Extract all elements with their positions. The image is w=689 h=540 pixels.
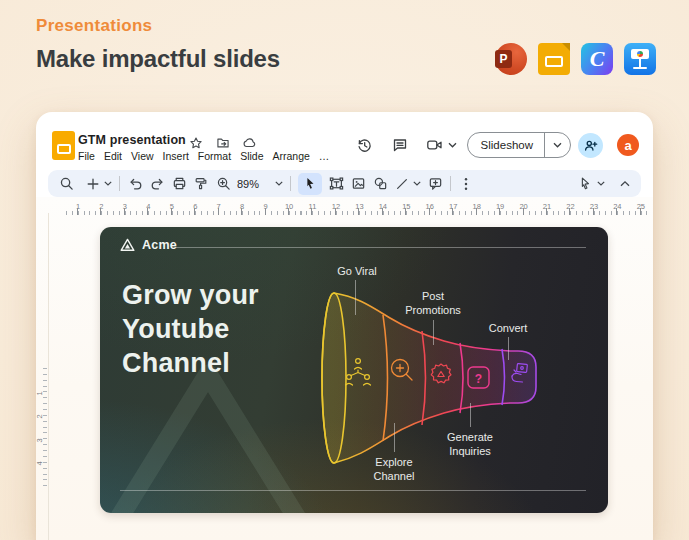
search-tools-icon[interactable] (58, 176, 74, 192)
document-title[interactable]: GTM presentation (78, 133, 186, 147)
account-avatar[interactable]: a (617, 134, 639, 156)
toolbar: 89% (48, 170, 641, 197)
google-slides-window: GTM presentation FileEditViewInsertForma… (36, 112, 653, 540)
select-tool-button[interactable] (298, 173, 322, 195)
text-box-button[interactable] (328, 176, 344, 192)
menu-arrange[interactable]: Arrange (272, 150, 309, 162)
keynote-icon (624, 43, 656, 75)
new-slide-caret[interactable] (104, 181, 112, 186)
line-caret[interactable] (413, 181, 421, 186)
acme-logo-icon (120, 238, 135, 252)
new-slide-button[interactable] (85, 176, 101, 192)
pointer-tool-icon[interactable] (577, 176, 593, 192)
menu-file[interactable]: File (78, 150, 95, 162)
slideshow-button[interactable]: Slideshow (467, 132, 571, 158)
slideshow-dropdown-caret[interactable] (545, 142, 570, 148)
funnel-label[interactable]: Go Viral (317, 265, 397, 279)
paint-format-icon[interactable] (193, 176, 209, 192)
brand-divider-line (175, 247, 586, 248)
zoom-in-icon[interactable] (215, 176, 231, 192)
menu-slide[interactable]: Slide (240, 150, 263, 162)
eyebrow-label: Presentations (36, 16, 152, 36)
brand-name: Acme (142, 238, 177, 252)
funnel-label[interactable]: Post Promotions (396, 290, 470, 317)
page-title: Make impactful slides (36, 45, 280, 73)
version-history-icon[interactable] (356, 136, 374, 154)
slide-title[interactable]: Grow your Youtube Channel (122, 278, 259, 380)
insert-line-button[interactable] (394, 176, 410, 192)
undo-button[interactable] (127, 176, 143, 192)
zoom-level-select[interactable]: 89% (237, 178, 259, 190)
zoom-caret[interactable] (275, 181, 283, 186)
menu-format[interactable]: Format (198, 150, 231, 162)
comments-icon[interactable] (391, 136, 409, 154)
menu-view[interactable]: View (131, 150, 154, 162)
slides-logo-icon[interactable] (52, 131, 75, 160)
insert-shape-button[interactable] (372, 176, 388, 192)
insert-image-button[interactable] (350, 176, 366, 192)
editor-canvas: 1234567891011121314151617181920212223242… (36, 197, 653, 540)
print-button[interactable] (171, 176, 187, 192)
pointer-caret[interactable] (597, 181, 605, 186)
collapse-toolbar-icon[interactable] (617, 176, 633, 192)
google-slides-icon (538, 43, 570, 75)
funnel-label[interactable]: Generate Inquiries (435, 431, 505, 458)
menu-bar: FileEditViewInsertFormatSlideArrange… (78, 150, 329, 162)
funnel-mouth (322, 293, 346, 463)
funnel-label[interactable]: Explore Channel (364, 456, 424, 483)
camera-dropdown-caret[interactable] (448, 142, 457, 148)
meet-camera-icon[interactable] (426, 136, 444, 154)
redo-button[interactable] (149, 176, 165, 192)
brand-row[interactable]: Acme (120, 238, 177, 252)
powerpoint-icon: P (495, 43, 527, 75)
share-button[interactable] (578, 133, 603, 158)
toolbar-overflow-menu[interactable] (458, 176, 474, 192)
canva-icon: C (581, 43, 613, 75)
insert-comment-button[interactable] (427, 176, 443, 192)
app-icons: P C (495, 43, 656, 75)
funnel-label[interactable]: Convert (468, 322, 548, 336)
menu-more[interactable]: … (319, 150, 330, 162)
menu-edit[interactable]: Edit (104, 150, 122, 162)
menu-insert[interactable]: Insert (163, 150, 189, 162)
svg-text:?: ? (475, 372, 482, 386)
slide-canvas[interactable]: Acme Grow your Youtube Channel (100, 227, 608, 513)
slide-footer-line (120, 490, 586, 491)
